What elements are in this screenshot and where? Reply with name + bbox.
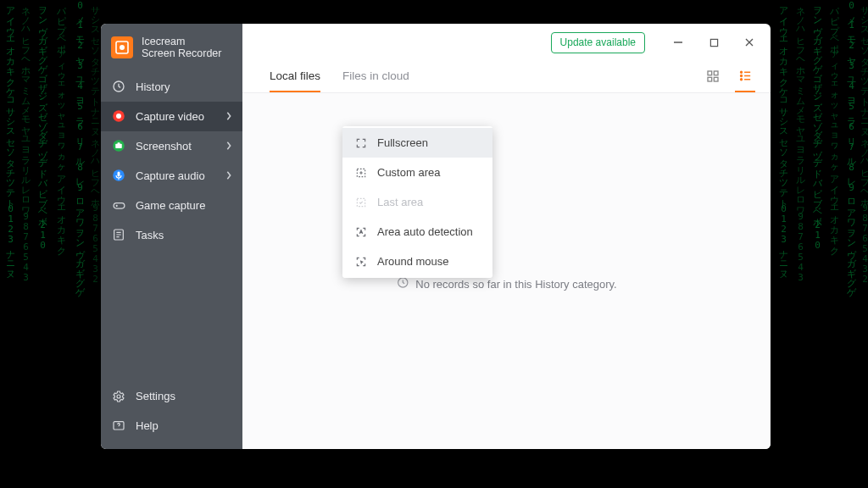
window-maximize-button[interactable]	[698, 30, 730, 55]
update-available-button[interactable]: Update available	[551, 32, 645, 53]
submenu-item-label: Last area	[377, 196, 423, 208]
sidebar-item-label: Tasks	[136, 229, 164, 241]
main-panel: Update available Local files Files in cl…	[242, 24, 771, 449]
gear-icon	[111, 389, 126, 404]
record-icon	[111, 108, 126, 124]
clock-icon	[396, 276, 409, 291]
tab-local-files[interactable]: Local files	[270, 61, 320, 92]
sidebar-item-label: Help	[136, 419, 159, 432]
svg-rect-9	[118, 172, 120, 177]
svg-point-1	[120, 45, 125, 50]
tab-bar: Local files Files in cloud	[242, 61, 771, 93]
chevron-right-icon	[225, 110, 232, 123]
tasks-icon	[111, 227, 126, 242]
fullscreen-icon	[354, 136, 368, 150]
submenu-item-label: Around mouse	[377, 255, 449, 268]
submenu-item-custom-area[interactable]: Custom area	[342, 158, 492, 187]
svg-point-20	[740, 75, 742, 77]
sidebar-item-capture-audio[interactable]: Capture audio	[101, 161, 242, 191]
around-mouse-icon	[354, 255, 368, 269]
list-view-button[interactable]	[735, 61, 755, 92]
sidebar-item-label: Game capture	[136, 199, 205, 212]
submenu-item-last-area: Last area	[342, 187, 492, 217]
empty-state: No records so far in this History catego…	[396, 276, 616, 291]
sidebar: Icecream Screen Recorder History Capture…	[101, 24, 242, 449]
sidebar-item-tasks[interactable]: Tasks	[101, 220, 242, 250]
svg-rect-16	[714, 71, 718, 75]
sidebar-item-label: Capture video	[136, 110, 204, 123]
content-area: No records so far in this History catego…	[242, 93, 771, 449]
submenu-item-label: Area auto detection	[377, 225, 473, 238]
help-icon	[111, 419, 126, 434]
app-brand: Icecream Screen Recorder	[101, 24, 242, 72]
window-minimize-button[interactable]	[662, 30, 694, 55]
sidebar-item-settings[interactable]: Settings	[101, 381, 242, 411]
svg-rect-15	[708, 71, 712, 75]
empty-state-text: No records so far in this History catego…	[415, 278, 616, 291]
submenu-item-fullscreen[interactable]: Fullscreen	[342, 128, 492, 158]
sidebar-item-game-capture[interactable]: Game capture	[101, 191, 242, 220]
svg-rect-17	[708, 77, 712, 81]
submenu-item-label: Fullscreen	[377, 136, 428, 149]
tab-files-in-cloud[interactable]: Files in cloud	[342, 61, 409, 92]
app-window: Icecream Screen Recorder History Capture…	[101, 24, 771, 449]
sidebar-item-capture-video[interactable]: Capture video	[101, 102, 242, 131]
history-icon	[111, 79, 126, 94]
last-area-icon	[354, 196, 368, 209]
sidebar-item-label: Screenshot	[136, 140, 192, 152]
svg-point-19	[740, 71, 742, 73]
microphone-icon	[111, 168, 126, 183]
sidebar-item-screenshot[interactable]: Screenshot	[101, 131, 242, 161]
chevron-right-icon	[225, 140, 232, 152]
svg-point-21	[740, 79, 742, 80]
submenu-item-around-mouse[interactable]: Around mouse	[342, 247, 492, 276]
sidebar-nav: History Capture video Screenshot	[101, 72, 242, 449]
auto-detect-icon	[354, 225, 368, 239]
sidebar-item-label: Capture audio	[136, 169, 205, 182]
capture-video-submenu: Fullscreen Custom area Last area Area au…	[342, 126, 492, 278]
svg-point-4	[116, 114, 121, 119]
grid-view-button[interactable]	[703, 61, 723, 92]
svg-rect-6	[115, 144, 122, 148]
sidebar-item-label: Settings	[136, 390, 175, 402]
sidebar-item-label: History	[136, 80, 170, 93]
svg-rect-14	[710, 39, 717, 46]
svg-rect-7	[118, 143, 120, 145]
svg-rect-10	[114, 202, 125, 208]
gamepad-icon	[111, 197, 126, 213]
camera-icon	[111, 138, 126, 153]
sidebar-item-history[interactable]: History	[101, 72, 242, 102]
custom-area-icon	[354, 166, 368, 180]
submenu-item-label: Custom area	[377, 166, 440, 179]
titlebar: Update available	[242, 24, 771, 61]
submenu-item-auto-detection[interactable]: Area auto detection	[342, 217, 492, 247]
chevron-right-icon	[225, 169, 232, 182]
svg-point-12	[117, 395, 120, 398]
app-logo-icon	[111, 36, 133, 58]
app-title: Icecream Screen Recorder	[142, 36, 222, 60]
svg-rect-18	[714, 77, 718, 81]
sidebar-item-help[interactable]: Help	[101, 411, 242, 441]
window-close-button[interactable]	[733, 30, 765, 55]
